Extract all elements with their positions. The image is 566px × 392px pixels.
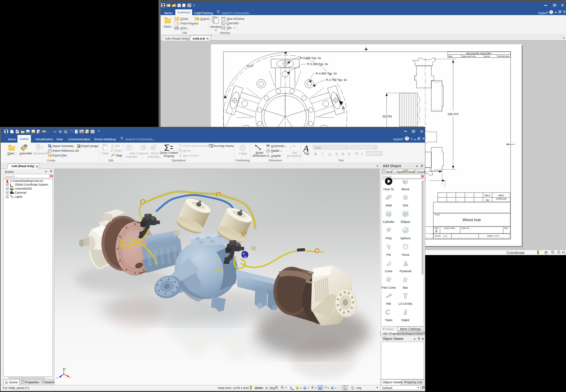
svg-text:x: x [70,376,71,379]
svg-text:z: z [56,377,58,379]
svg-text:A: A [293,144,296,148]
svg-text:y: y [65,368,66,370]
svg-text:?: ? [406,137,408,140]
